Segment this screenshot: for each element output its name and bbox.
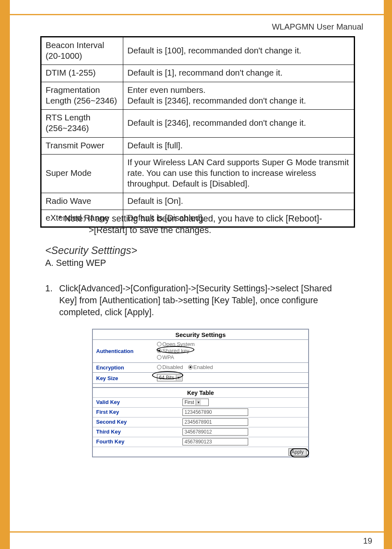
validkey-value: First — [184, 399, 194, 405]
key-row: Second Key — [93, 417, 308, 427]
keysize-dropdown[interactable]: 64 Bits ▼ — [157, 374, 182, 381]
table-row: Super Mode If your Wireless LAN Card sup… — [41, 154, 355, 193]
setting-name: RTS Length (256~2346) — [41, 110, 123, 137]
setting-name: Fragmentation Length (256~2346) — [41, 82, 123, 109]
settings-table: Beacon Interval (20-1000) Default is [10… — [40, 36, 355, 228]
setting-desc: If your Wireless LAN Card supports Super… — [123, 154, 355, 193]
header-title: WLAPGMN User Manual — [272, 22, 363, 32]
authentication-options: Open System Shared key WPA — [154, 340, 308, 362]
note-line-2: >[Restart] to save the changes. — [89, 225, 211, 235]
key-row: First Key — [93, 407, 308, 417]
apply-row: Apply — [93, 447, 308, 457]
setting-name: Super Mode — [41, 154, 123, 193]
page: WLAPGMN User Manual Beacon Interval (20-… — [8, 0, 384, 549]
header-rule — [10, 14, 385, 15]
radio-icon — [157, 355, 161, 360]
setting-desc: Default is [100], recommanded don't chan… — [123, 37, 355, 65]
key-row: Fourth Key — [93, 437, 308, 447]
page-number: 19 — [363, 536, 372, 546]
second-key-input[interactable] — [182, 418, 248, 426]
keysize-label: Key Size — [93, 373, 154, 383]
setting-name: DTIM (1-255) — [41, 65, 123, 82]
enc-disabled-option[interactable]: Disabled — [157, 364, 183, 370]
key-row: Third Key — [93, 427, 308, 437]
setting-desc: Default is [On]. — [123, 193, 355, 210]
step-text: Click[Advanced]->[Configuration]->[Secur… — [59, 283, 347, 319]
table-row: Transmit Power Default is [full]. — [41, 137, 355, 154]
radio-selected-icon — [157, 348, 161, 353]
setting-name: Radio Wave — [41, 193, 123, 210]
table-row: Radio Wave Default is [On]. — [41, 193, 355, 210]
chevron-down-icon: ▼ — [196, 399, 201, 405]
footer-rule — [10, 531, 385, 533]
radio-icon — [157, 365, 161, 369]
setting-desc: Enter even numbers. Default is [2346], r… — [123, 82, 355, 109]
key-label: Second Key — [93, 418, 179, 427]
table-row: DTIM (1-255) Default is [1], recommand d… — [41, 65, 355, 82]
security-settings-screenshot: Security Settings Authentication Open Sy… — [92, 329, 309, 457]
chevron-down-icon: ▼ — [176, 375, 181, 381]
validkey-dropdown[interactable]: First ▼ — [182, 399, 209, 406]
encryption-options: Disabled Enabled — [154, 363, 308, 372]
first-key-input[interactable] — [182, 408, 248, 416]
note-line-1: * Note: If any setting has been changed,… — [58, 213, 358, 225]
auth-shared-option[interactable]: Shared key — [157, 348, 189, 354]
table-row: Beacon Interval (20-1000) Default is [10… — [41, 37, 355, 65]
key-label: First Key — [93, 408, 179, 417]
fourth-key-input[interactable] — [182, 438, 248, 445]
keysize-field: 64 Bits ▼ — [154, 373, 308, 383]
third-key-input[interactable] — [182, 428, 248, 436]
validkey-row: Valid Key First ▼ — [93, 397, 308, 407]
auth-wpa-option[interactable]: WPA — [157, 354, 174, 360]
keysize-value: 64 Bits — [159, 375, 174, 381]
table-row: RTS Length (256~2346) Default is [2346],… — [41, 110, 355, 137]
encryption-row: Encryption Disabled Enabled — [93, 362, 308, 372]
key-label: Third Key — [93, 427, 179, 437]
keytable-title: Key Table — [93, 387, 308, 397]
setting-desc: Default is [full]. — [123, 137, 355, 154]
table-row: Fragmentation Length (256~2346) Enter ev… — [41, 82, 355, 109]
validkey-label: Valid Key — [93, 398, 179, 407]
apply-button[interactable]: Apply — [288, 448, 307, 456]
setting-wep-heading: A. Setting WEP — [45, 258, 106, 268]
radio-icon — [157, 342, 161, 346]
setting-desc: Default is [1], recommand don't change i… — [123, 65, 355, 82]
encryption-label: Encryption — [93, 363, 154, 372]
step-number: 1. — [45, 283, 57, 295]
auth-open-option[interactable]: Open System — [157, 341, 195, 347]
authentication-row: Authentication Open System Shared key WP… — [93, 339, 308, 362]
setting-desc: Default is [2346], recommanded don't cha… — [123, 110, 355, 137]
screenshot-title: Security Settings — [93, 330, 308, 339]
authentication-label: Authentication — [93, 340, 154, 362]
security-settings-heading: <Security Setttings> — [45, 245, 137, 256]
enc-enabled-option[interactable]: Enabled — [188, 364, 213, 370]
radio-selected-icon — [188, 365, 193, 369]
key-label: Fourth Key — [93, 437, 179, 447]
step-1: 1. Click[Advanced]->[Configuration]->[Se… — [45, 283, 349, 319]
setting-name: Transmit Power — [41, 137, 123, 154]
setting-name: Beacon Interval (20-1000) — [41, 37, 123, 65]
keysize-row: Key Size 64 Bits ▼ — [93, 372, 308, 384]
